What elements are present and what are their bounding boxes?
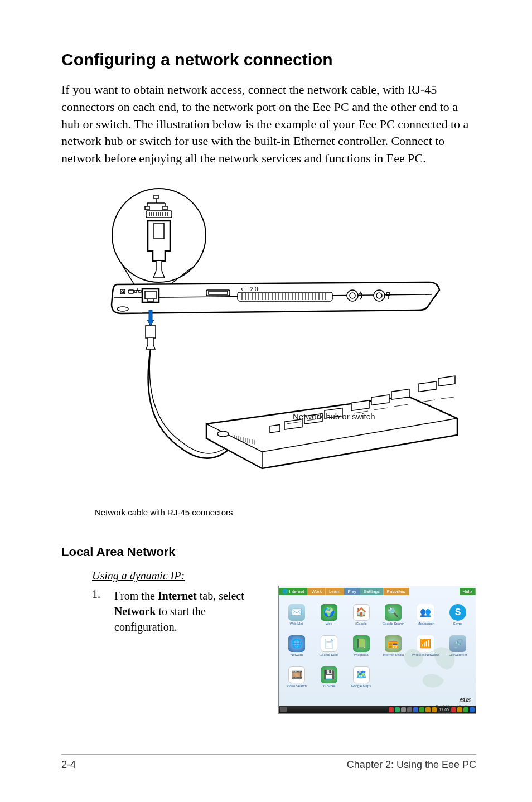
- svg-rect-7: [163, 206, 167, 210]
- tray-icon: [432, 707, 437, 712]
- icon-network-label: Network: [291, 653, 303, 657]
- tray-icon: [451, 707, 456, 712]
- icon-web-label: Web: [326, 622, 332, 626]
- tray-icon: [407, 707, 412, 712]
- svg-rect-30: [145, 291, 156, 299]
- icon-wikipedia-label: Wikipedia: [354, 653, 369, 657]
- asus-logo: /SUS: [460, 697, 470, 703]
- tray-icon: [463, 707, 468, 712]
- svg-rect-8: [146, 211, 172, 218]
- tab-learn: Learn: [326, 588, 344, 595]
- icon-skype-label: Skype: [453, 622, 463, 626]
- svg-point-68: [117, 307, 128, 311]
- tab-work: Work: [308, 588, 326, 595]
- svg-rect-69: [146, 326, 156, 338]
- tab-help: Help: [460, 588, 476, 595]
- svg-rect-24: [128, 290, 134, 293]
- tray-icon: [413, 707, 418, 712]
- start-icon: [280, 707, 287, 712]
- svg-rect-84: [270, 424, 280, 433]
- svg-rect-22: [120, 289, 125, 294]
- icon-gmaps-label: Google Maps: [351, 684, 371, 688]
- step-text-bold-internet: Internet: [158, 590, 197, 602]
- svg-text:⟵ 2.0: ⟵ 2.0: [241, 286, 258, 292]
- step-text-bold-network: Network: [114, 605, 156, 617]
- icon-google-docs: 📄Google Docs: [313, 631, 345, 661]
- tab-favorites: Favorites: [384, 588, 409, 595]
- icon-google-maps: 🗺️Google Maps: [346, 662, 377, 692]
- lan-heading: Local Area Network: [61, 545, 476, 559]
- icon-igoogle: 🏠iGoogle: [346, 600, 377, 630]
- svg-rect-1: [154, 195, 158, 199]
- icon-network: 🌐Network: [281, 631, 312, 661]
- svg-rect-6: [145, 206, 149, 210]
- cable-caption: Network cable with RJ-45 connectors: [95, 508, 476, 517]
- screenshot-tabs: 🌐 Internet Work Learn Play Settings Favo…: [279, 586, 476, 596]
- tray-icon: [395, 707, 400, 712]
- icon-messenger-label: Messenger: [417, 622, 434, 626]
- step-text-mid: tab, select: [197, 590, 244, 602]
- tray-icon: [457, 707, 462, 712]
- tray-icon: [389, 707, 394, 712]
- tab-internet-label: Internet: [289, 589, 304, 594]
- dynamic-ip-heading: Using a dynamic IP:: [92, 569, 476, 582]
- intro-paragraph: If you want to obtain network access, co…: [61, 81, 476, 167]
- tray-time: 17:00: [438, 708, 450, 712]
- connection-diagram: ⟵ 2.0: [95, 184, 480, 496]
- page-number: 2-4: [61, 759, 76, 771]
- icon-skype: SSkype: [442, 600, 473, 630]
- step-text-pre: From the: [114, 590, 158, 602]
- icon-wikipedia: 📗Wikipedia: [346, 631, 377, 661]
- svg-point-62: [350, 293, 355, 298]
- icon-web: 🌍Web: [313, 600, 345, 630]
- tab-play: Play: [344, 588, 360, 595]
- svg-line-99: [420, 400, 435, 402]
- tray-icon: [470, 707, 475, 712]
- tray-icon: [401, 707, 406, 712]
- svg-point-64: [376, 293, 382, 298]
- icon-yostore: 💾YOStore: [313, 662, 345, 692]
- step-text: From the Internet tab, select Network to…: [114, 588, 254, 635]
- icon-webmail-label: Web Mail: [289, 622, 303, 626]
- icon-video-search: 🎞️Video Search: [281, 662, 312, 692]
- page-footer: 2-4 Chapter 2: Using the Eee PC: [61, 754, 476, 771]
- step-number: 1.: [92, 588, 114, 635]
- desktop-screenshot: 🌐 Internet Work Learn Play Settings Favo…: [278, 586, 476, 714]
- icon-gsearch-label: Google Search: [382, 622, 404, 626]
- svg-rect-18: [154, 223, 164, 239]
- system-tray: 17:00: [388, 706, 476, 713]
- svg-line-100: [441, 397, 454, 399]
- screenshot-taskbar: 17:00: [279, 706, 476, 713]
- icon-yostore-label: YOStore: [322, 684, 335, 688]
- tray-icon: [425, 707, 431, 712]
- icon-google-search: 🔍Google Search: [378, 600, 409, 630]
- icon-igoogle-label: iGoogle: [355, 622, 367, 626]
- tab-internet: 🌐 Internet: [279, 588, 308, 595]
- icon-messenger: 👥Messenger: [410, 600, 441, 630]
- tray-icon: [419, 707, 424, 712]
- world-map-watermark: [389, 630, 472, 697]
- svg-rect-92: [438, 376, 455, 386]
- icon-gdocs-label: Google Docs: [319, 653, 338, 657]
- hub-label: Network hub or switch: [293, 412, 375, 421]
- chapter-title: Chapter 2: Using the Eee PC: [347, 759, 476, 771]
- tab-settings: Settings: [360, 588, 384, 595]
- icon-webmail: ✉️Web Mail: [281, 600, 312, 630]
- icon-vsearch-label: Video Search: [287, 684, 307, 688]
- page-heading: Configuring a network connection: [61, 50, 476, 69]
- svg-point-73: [217, 431, 229, 437]
- svg-rect-91: [418, 381, 436, 392]
